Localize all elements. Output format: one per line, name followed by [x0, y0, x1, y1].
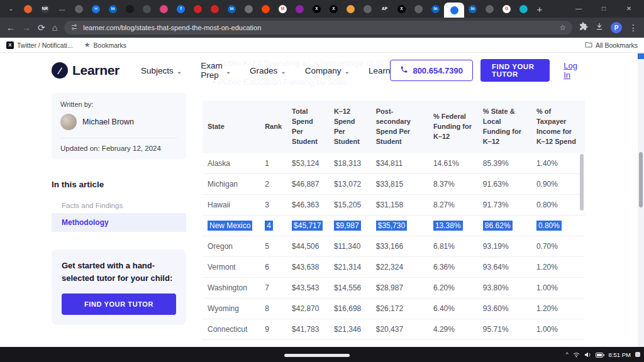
login-link[interactable]: Log In [564, 61, 579, 80]
browser-tab[interactable] [515, 1, 532, 17]
browser-tab[interactable] [206, 1, 223, 17]
volume-icon[interactable] [584, 349, 591, 360]
nav-label: Subjects [141, 66, 174, 75]
table-cell: 6.81% [428, 236, 478, 256]
nav-item-subjects[interactable]: Subjects⌄ [141, 61, 182, 80]
browser-tab[interactable] [138, 1, 155, 17]
toc-item[interactable]: Methodology [52, 213, 186, 232]
battery-icon[interactable] [596, 349, 604, 360]
table-cell: $15,205 [329, 194, 371, 215]
bookmark-item-bookmarks[interactable]: ★ Bookmarks [84, 41, 126, 49]
page-scrollbar-thumb[interactable] [639, 152, 643, 207]
table-cell: $53,124 [287, 153, 329, 174]
table-cell: 1.20% [531, 256, 585, 277]
back-button[interactable]: ← [6, 23, 15, 32]
close-button[interactable]: ✕ [616, 0, 641, 18]
browser-tab[interactable]: in [223, 1, 240, 17]
tab-favicon-icon: … [58, 5, 66, 13]
browser-tab[interactable]: NR [36, 1, 53, 17]
extensions-icon[interactable] [579, 22, 588, 33]
browser-tab[interactable]: in [104, 1, 121, 17]
browser-tab[interactable] [444, 3, 464, 18]
all-bookmarks-button[interactable]: All Bookmarks [585, 41, 638, 49]
browser-tab[interactable] [121, 1, 138, 17]
table-cell: 1 [260, 153, 287, 174]
toc-item[interactable]: Facts and Findings [52, 198, 186, 213]
nav-item-grades[interactable]: Grades⌄ [250, 61, 286, 80]
table-cell: $46,363 [287, 194, 329, 215]
sidebar-find-your-tutor-button[interactable]: FIND YOUR TUTOR [62, 293, 176, 315]
chevron-down-icon: ⌄ [280, 68, 286, 75]
tab-favicon-icon: X [397, 5, 406, 13]
nav-item-learn[interactable]: Learn [369, 61, 391, 80]
browser-tab[interactable] [19, 1, 36, 17]
tab-favicon-icon: in [431, 5, 440, 13]
table-cell: Oregon [203, 236, 260, 256]
nav-item-company[interactable]: Company⌄ [305, 61, 350, 80]
downloads-icon[interactable] [595, 22, 604, 33]
site-logo[interactable]: ∕ Learner [52, 62, 119, 79]
browser-tab[interactable]: G [498, 1, 515, 17]
browser-tab[interactable]: f [172, 1, 189, 17]
menu-icon[interactable]: ⋮ [629, 23, 638, 32]
page-scrollbar[interactable] [638, 53, 644, 347]
url-text[interactable]: learner.com/blog/states-that-spend-the-m… [83, 24, 554, 31]
table-cell: 95.71% [478, 319, 531, 339]
browser-tab[interactable]: X [393, 1, 410, 17]
forward-button[interactable]: → [22, 23, 31, 32]
profile-avatar[interactable]: P [611, 22, 622, 33]
table-cell: 3 [260, 194, 287, 215]
table-cell: 1.00% [531, 277, 585, 298]
tab-favicon-icon [262, 5, 270, 13]
browser-tab[interactable] [257, 1, 274, 17]
browser-tab[interactable] [359, 1, 376, 17]
tab-favicon-icon [486, 5, 494, 13]
table-scrollbar-thumb[interactable] [580, 154, 584, 211]
browser-tab[interactable] [189, 1, 206, 17]
table-cell: 4.29% [428, 319, 478, 339]
browser-tab[interactable] [240, 1, 257, 17]
new-tab-button[interactable]: + [532, 4, 547, 14]
browser-tab[interactable]: ⌄ [3, 1, 19, 17]
notification-icon[interactable] [635, 352, 640, 357]
find-your-tutor-button[interactable]: FIND YOUR TUTOR [480, 59, 550, 82]
browser-tab[interactable]: M [274, 1, 291, 17]
table-cell: 91.73% [478, 194, 531, 215]
browser-tab[interactable]: ✉ [87, 1, 104, 17]
taskbar-pill[interactable] [284, 354, 350, 357]
browser-tab[interactable] [481, 1, 498, 17]
browser-tab[interactable]: in [427, 1, 444, 17]
browser-tab[interactable]: in [464, 1, 481, 17]
wifi-icon[interactable] [573, 349, 580, 360]
main-nav: Subjects⌄Exam Prep⌄Grades⌄Company⌄Learn [141, 61, 390, 80]
browser-tab[interactable] [342, 1, 359, 17]
phone-button[interactable]: 800.654.7390 [390, 60, 473, 81]
browser-tab[interactable] [291, 1, 308, 17]
bookmark-item-twitter[interactable]: X Twitter / Notificati... [6, 41, 73, 49]
browser-tab[interactable] [410, 1, 427, 17]
browser-tab[interactable]: … [53, 1, 70, 17]
browser-tab[interactable]: X [325, 1, 342, 17]
browser-tab[interactable] [70, 1, 87, 17]
browser-tab[interactable]: AP [376, 1, 393, 17]
author-name: Michael Brown [82, 118, 134, 126]
clock[interactable]: 8:51 PM [609, 351, 631, 358]
table-cell: 0.80% [531, 215, 585, 236]
table-row: New Jersey10$41,567$20,630$20,9374.11%95… [203, 339, 585, 347]
table-cell: 85.39% [478, 153, 531, 174]
home-button[interactable]: ⌂ [52, 23, 57, 32]
table-cell: Vermont [203, 256, 260, 277]
tray-expand-icon[interactable]: ^ [565, 351, 568, 358]
maximize-button[interactable]: □ [591, 0, 616, 18]
table-cell: 13.38% [428, 215, 478, 236]
table-cell: 1.20% [531, 298, 585, 319]
browser-tab[interactable] [155, 1, 172, 17]
nav-item-exam-prep[interactable]: Exam Prep⌄ [201, 61, 231, 80]
reload-button[interactable]: ⟳ [38, 23, 45, 32]
browser-tab[interactable]: X [308, 1, 325, 17]
minimize-button[interactable]: — [566, 0, 591, 18]
address-bar[interactable]: learner.com/blog/states-that-spend-the-m… [64, 21, 572, 35]
bookmark-star-icon[interactable]: ☆ [559, 23, 566, 32]
site-settings-icon[interactable] [70, 22, 78, 33]
system-tray: ^ 8:51 PM [565, 347, 640, 362]
